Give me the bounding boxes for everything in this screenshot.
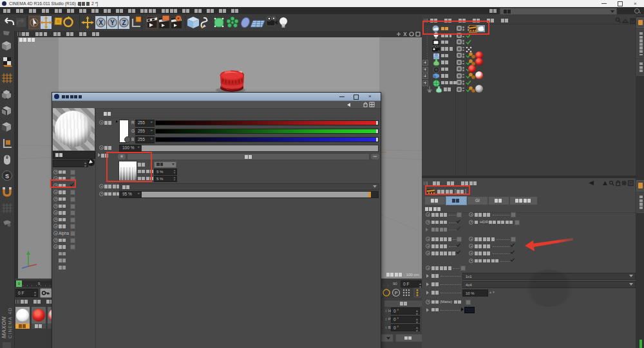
svg-text:S: S [5,173,9,179]
svg-text:X: X [99,19,103,26]
svg-text:P: P [395,291,398,295]
svg-text:CINEMA 4D: CINEMA 4D [8,307,12,338]
svg-text:Y: Y [110,19,115,26]
svg-text:Z: Z [122,19,126,26]
svg-text:MAXON: MAXON [1,316,7,338]
